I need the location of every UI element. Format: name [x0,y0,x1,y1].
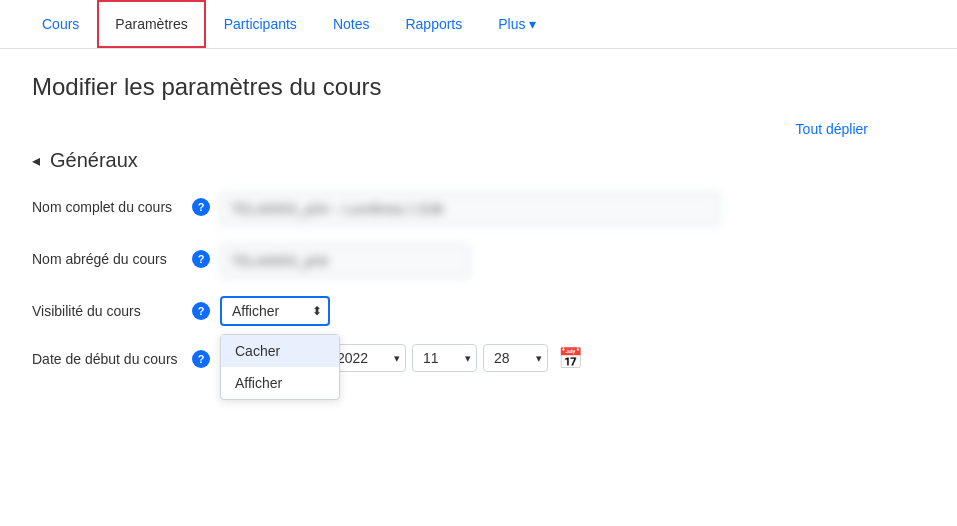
control-nom-abrege [220,244,868,278]
section-generaux-title: Généraux [50,149,138,172]
help-nom-abrege: ? [192,244,220,268]
help-icon-nom-abrege[interactable]: ? [192,250,210,268]
tout-deplier-row: Tout déplier [32,121,868,137]
day-select[interactable]: 11 [412,344,477,372]
nav-item-participants[interactable]: Participants [206,0,315,48]
label-nom-complet: Nom complet du cours [32,192,192,218]
day-select-wrapper: 11 ▾ [412,344,477,372]
label-nom-abrege: Nom abrégé du cours [32,244,192,270]
control-nom-complet [220,192,868,226]
help-visibilite: ? [192,296,220,320]
hour-select[interactable]: 28 [483,344,548,372]
form-row-nom-complet: Nom complet du cours ? [32,192,868,226]
page-title: Modifier les paramètres du cours [32,73,868,101]
hour-select-wrapper: 28 ▾ [483,344,548,372]
form-row-date-debut: Date de début du cours ? juin ▾ 2022 ▾ [32,344,868,372]
nav-item-plus[interactable]: Plus ▾ [480,0,554,48]
visibilite-select-wrapper: Afficher Cacher ⬍ [220,296,330,326]
top-navigation: Cours Paramètres Participants Notes Rapp… [0,0,957,49]
section-generaux-header: ◂ Généraux [32,149,868,172]
label-visibilite: Visibilité du cours [32,296,192,322]
visibilite-select[interactable]: Afficher Cacher [220,296,330,326]
page-content: Modifier les paramètres du cours Tout dé… [0,49,900,414]
visibilite-dropdown-container: Afficher Cacher ⬍ Cacher Afficher [220,296,868,326]
help-nom-complet: ? [192,192,220,216]
nav-item-rapports[interactable]: Rapports [387,0,480,48]
nav-item-notes[interactable]: Notes [315,0,388,48]
visibilite-dropdown-menu: Cacher Afficher [220,334,340,400]
label-date-debut: Date de début du cours [32,344,192,370]
help-icon-nom-complet[interactable]: ? [192,198,210,216]
calendar-icon[interactable]: 📅 [558,346,583,370]
help-icon-date-debut[interactable]: ? [192,350,210,368]
form-row-nom-abrege: Nom abrégé du cours ? [32,244,868,278]
nav-item-cours[interactable]: Cours [24,0,97,48]
control-visibilite: Afficher Cacher ⬍ Cacher Afficher [220,296,868,326]
help-icon-visibilite[interactable]: ? [192,302,210,320]
tout-deplier-link[interactable]: Tout déplier [796,121,868,137]
form-row-visibilite: Visibilité du cours ? Afficher Cacher ⬍ … [32,296,868,326]
input-nom-complet[interactable] [220,192,720,226]
dropdown-option-afficher[interactable]: Afficher [221,367,339,399]
help-date-debut: ? [192,344,220,368]
input-nom-abrege[interactable] [220,244,470,278]
section-chevron-icon[interactable]: ◂ [32,151,40,170]
dropdown-option-cacher[interactable]: Cacher [221,335,339,367]
nav-item-parametres[interactable]: Paramètres [97,0,205,48]
